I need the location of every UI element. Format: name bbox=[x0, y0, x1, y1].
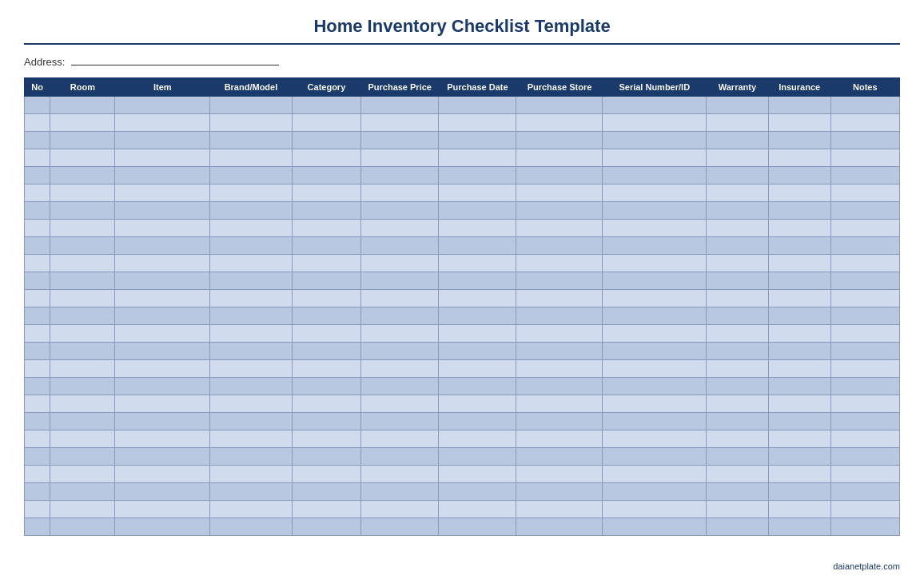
table-cell[interactable] bbox=[25, 220, 50, 237]
table-cell[interactable] bbox=[707, 360, 769, 378]
table-cell[interactable] bbox=[603, 325, 707, 343]
table-cell[interactable] bbox=[361, 132, 439, 149]
table-cell[interactable] bbox=[50, 343, 115, 360]
table-cell[interactable] bbox=[210, 97, 293, 114]
table-cell[interactable] bbox=[516, 114, 603, 132]
table-cell[interactable] bbox=[292, 272, 360, 290]
table-cell[interactable] bbox=[210, 413, 293, 430]
table-cell[interactable] bbox=[50, 184, 115, 202]
table-row[interactable] bbox=[25, 466, 900, 483]
table-cell[interactable] bbox=[516, 483, 603, 501]
table-cell[interactable] bbox=[516, 220, 603, 237]
table-cell[interactable] bbox=[292, 149, 360, 167]
table-cell[interactable] bbox=[516, 132, 603, 149]
table-cell[interactable] bbox=[115, 220, 210, 237]
table-cell[interactable] bbox=[603, 237, 707, 255]
table-cell[interactable] bbox=[210, 307, 293, 325]
table-cell[interactable] bbox=[439, 97, 516, 114]
table-cell[interactable] bbox=[603, 501, 707, 518]
table-cell[interactable] bbox=[361, 343, 439, 360]
table-cell[interactable] bbox=[115, 395, 210, 413]
table-cell[interactable] bbox=[830, 114, 899, 132]
table-cell[interactable] bbox=[768, 132, 830, 149]
table-cell[interactable] bbox=[768, 518, 830, 536]
table-cell[interactable] bbox=[115, 360, 210, 378]
table-cell[interactable] bbox=[292, 395, 360, 413]
table-cell[interactable] bbox=[439, 114, 516, 132]
table-row[interactable] bbox=[25, 237, 900, 255]
table-cell[interactable] bbox=[25, 202, 50, 220]
table-cell[interactable] bbox=[603, 167, 707, 184]
table-cell[interactable] bbox=[115, 448, 210, 466]
table-cell[interactable] bbox=[210, 325, 293, 343]
table-cell[interactable] bbox=[516, 307, 603, 325]
table-cell[interactable] bbox=[115, 272, 210, 290]
table-cell[interactable] bbox=[603, 272, 707, 290]
table-cell[interactable] bbox=[361, 149, 439, 167]
table-cell[interactable] bbox=[516, 413, 603, 430]
table-cell[interactable] bbox=[292, 518, 360, 536]
table-cell[interactable] bbox=[830, 220, 899, 237]
table-cell[interactable] bbox=[830, 466, 899, 483]
table-cell[interactable] bbox=[516, 149, 603, 167]
table-cell[interactable] bbox=[707, 97, 769, 114]
table-cell[interactable] bbox=[50, 483, 115, 501]
table-cell[interactable] bbox=[25, 272, 50, 290]
table-cell[interactable] bbox=[707, 255, 769, 272]
table-cell[interactable] bbox=[361, 360, 439, 378]
table-cell[interactable] bbox=[707, 413, 769, 430]
table-cell[interactable] bbox=[115, 378, 210, 395]
table-row[interactable] bbox=[25, 430, 900, 448]
table-cell[interactable] bbox=[768, 114, 830, 132]
table-row[interactable] bbox=[25, 97, 900, 114]
table-cell[interactable] bbox=[707, 167, 769, 184]
table-cell[interactable] bbox=[707, 290, 769, 307]
table-row[interactable] bbox=[25, 448, 900, 466]
table-cell[interactable] bbox=[439, 430, 516, 448]
table-cell[interactable] bbox=[210, 343, 293, 360]
table-cell[interactable] bbox=[25, 149, 50, 167]
table-cell[interactable] bbox=[115, 307, 210, 325]
table-row[interactable] bbox=[25, 307, 900, 325]
table-cell[interactable] bbox=[830, 378, 899, 395]
table-cell[interactable] bbox=[115, 343, 210, 360]
table-cell[interactable] bbox=[25, 378, 50, 395]
table-cell[interactable] bbox=[439, 167, 516, 184]
table-cell[interactable] bbox=[50, 237, 115, 255]
table-cell[interactable] bbox=[603, 114, 707, 132]
table-cell[interactable] bbox=[830, 255, 899, 272]
table-cell[interactable] bbox=[707, 114, 769, 132]
table-cell[interactable] bbox=[210, 220, 293, 237]
table-row[interactable] bbox=[25, 343, 900, 360]
table-cell[interactable] bbox=[50, 518, 115, 536]
table-cell[interactable] bbox=[707, 518, 769, 536]
table-cell[interactable] bbox=[25, 413, 50, 430]
table-row[interactable] bbox=[25, 149, 900, 167]
table-cell[interactable] bbox=[50, 325, 115, 343]
table-cell[interactable] bbox=[707, 202, 769, 220]
table-cell[interactable] bbox=[50, 167, 115, 184]
table-cell[interactable] bbox=[830, 343, 899, 360]
table-cell[interactable] bbox=[439, 202, 516, 220]
table-cell[interactable] bbox=[115, 255, 210, 272]
table-cell[interactable] bbox=[439, 255, 516, 272]
table-cell[interactable] bbox=[768, 430, 830, 448]
table-cell[interactable] bbox=[603, 184, 707, 202]
table-row[interactable] bbox=[25, 255, 900, 272]
table-cell[interactable] bbox=[25, 430, 50, 448]
table-cell[interactable] bbox=[25, 237, 50, 255]
table-cell[interactable] bbox=[361, 325, 439, 343]
table-cell[interactable] bbox=[830, 483, 899, 501]
table-cell[interactable] bbox=[115, 483, 210, 501]
table-cell[interactable] bbox=[707, 307, 769, 325]
table-cell[interactable] bbox=[603, 307, 707, 325]
table-cell[interactable] bbox=[439, 184, 516, 202]
table-cell[interactable] bbox=[830, 413, 899, 430]
table-cell[interactable] bbox=[516, 325, 603, 343]
table-cell[interactable] bbox=[516, 272, 603, 290]
table-cell[interactable] bbox=[830, 448, 899, 466]
table-cell[interactable] bbox=[50, 360, 115, 378]
table-cell[interactable] bbox=[439, 132, 516, 149]
table-cell[interactable] bbox=[707, 237, 769, 255]
table-cell[interactable] bbox=[292, 114, 360, 132]
